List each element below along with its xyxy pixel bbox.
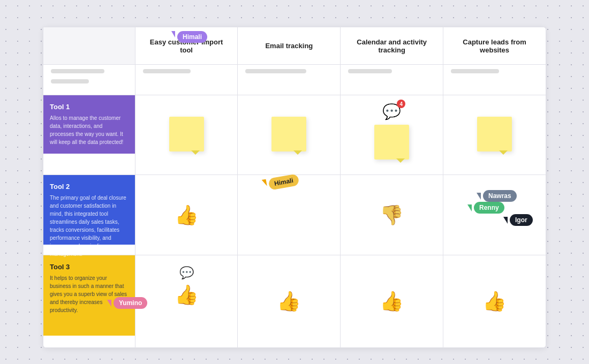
tool3-col3: 👍	[341, 255, 443, 348]
header-col3: Calendar and activity tracking	[341, 27, 443, 65]
header-row: Easy customer import tool Email tracking…	[43, 27, 546, 65]
message-badge: 4	[397, 100, 405, 108]
skel-col3	[341, 65, 443, 95]
tool3-col4: 👍	[443, 255, 546, 348]
thumbs-up-t3c2: 👍	[277, 290, 301, 312]
cursor-himali-top: Himali	[171, 31, 207, 43]
thumbs-up-t3c3: 👍	[380, 290, 404, 312]
tool1-col4	[443, 95, 546, 175]
tool1-col2	[238, 95, 341, 175]
cursor-yumino: Yumino	[107, 297, 147, 309]
cursor-arrow-igor	[503, 217, 508, 224]
skel-col1	[135, 65, 238, 95]
cursor-renny: Renny	[467, 202, 504, 214]
sticky-note-t1c2	[271, 117, 306, 151]
thumbs-down-t2c3: 👎	[380, 204, 404, 226]
sticky-note-t1c1	[169, 117, 204, 151]
header-col4: Capture leads from websites	[443, 27, 546, 65]
tool2-row: Tool 2 The primary goal of deal closure …	[43, 175, 546, 255]
header-col2: Email tracking	[238, 27, 341, 65]
thumbs-up-t3c1: 👍	[175, 285, 199, 305]
cursor-label-yumino: Yumino	[114, 297, 147, 309]
tool1-row: Tool 1 Allos to manage the customer data…	[43, 95, 546, 175]
sticky-note-t1c4	[477, 117, 512, 151]
chat-icon-t3c1[interactable]: 💬	[179, 266, 194, 280]
cursor-arrow-renny	[467, 204, 472, 211]
cursor-nawras: Nawras	[477, 190, 517, 202]
tool2-col3: 👎	[341, 175, 443, 255]
tool2-col1: 👍	[135, 175, 238, 255]
cursor-label-renny: Renny	[474, 202, 504, 214]
message-icon-wrap[interactable]: 💬 4	[382, 103, 401, 120]
sticky-note-t1c3	[374, 125, 409, 160]
tool2-label: Tool 2 The primary goal of deal closure …	[43, 175, 135, 255]
thumbs-up-t2c1: 👍	[175, 204, 199, 226]
header-empty	[43, 27, 135, 65]
tool1-col1	[135, 95, 238, 175]
tool3-col2: 👍	[238, 255, 341, 348]
thumbs-up-t3c4: 👍	[482, 290, 507, 312]
tool1-col3: 💬 4	[341, 95, 443, 175]
tool1-label: Tool 1 Allos to manage the customer data…	[43, 95, 135, 175]
tool3-col1: 💬 👍	[135, 255, 238, 348]
cursor-label-igor: Igor	[510, 214, 533, 226]
skeleton-row	[43, 65, 546, 95]
cursor-label-himali-top: Himali	[177, 31, 207, 43]
skel-col2	[238, 65, 341, 95]
cursor-arrow-himali-top	[171, 31, 175, 37]
cursor-arrow-yumino	[107, 300, 111, 307]
cursor-label-nawras: Nawras	[483, 190, 517, 202]
cursor-arrow-himali-mid	[262, 179, 267, 187]
skel-col4	[443, 65, 546, 95]
cursor-arrow-nawras	[477, 193, 481, 200]
cursor-igor: Igor	[503, 214, 533, 226]
skel-label	[43, 65, 135, 95]
